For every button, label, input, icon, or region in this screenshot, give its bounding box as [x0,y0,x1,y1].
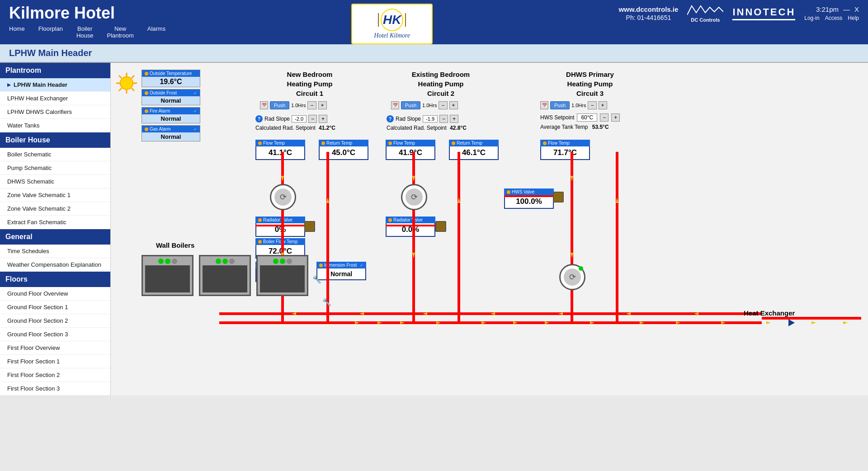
sidebar-item-ff-s1[interactable]: First Floor Section 1 [0,355,110,368]
immersion-frost-value: Normal [316,268,366,280]
circuit2-title: Existing BedroomHeating PumpCircuit 2 [391,70,491,98]
gas-alarm-label: Gas Alarm [150,127,171,132]
sidebar-item-lphw-dhws[interactable]: LPHW DHWS Calorifiers [0,105,110,119]
svg-marker-30 [513,321,518,324]
circuit3-flow-temp-box: Flow Temp 71.7°C [540,140,590,160]
sidebar-item-extract[interactable]: Extract Fan Schematic [0,216,110,229]
nav-alarms[interactable]: Alarms [147,25,165,39]
circuit1-push-button[interactable]: Push [270,101,289,109]
circuit2-plus[interactable]: + [449,101,458,109]
circuit3-hws-valve-value: 100.0% [504,195,554,209]
boiler1 [142,255,193,296]
sidebar-item-ff-overview[interactable]: First Floor Overview [0,341,110,355]
svg-marker-25 [355,321,359,324]
time-close-area: 3:21pm — X Log-in Access Help [804,5,859,21]
contact-info: www.dccontrols.ie Ph: 01-4416651 [618,5,678,22]
circuit3-hws-setpoint: HWS Setpoint 60°C − + [540,113,620,122]
nav-newplantroom[interactable]: NewPlantroom [107,25,133,39]
sidebar-item-gf-overview[interactable]: Ground Floor Overview [0,287,110,301]
nav-boilerhouse[interactable]: BoilerHouse [76,25,94,39]
sidebar-item-gf-s3[interactable]: Ground Floor Section 3 [0,328,110,341]
circuit3-title: DHWS PrimaryHeating PumpCircuit 3 [540,70,640,98]
svg-marker-53 [412,253,415,258]
header-logo-area: HK Hotel Kilmore [165,4,618,44]
svg-marker-47 [412,176,415,181]
header-top-row: Kilmore Hotel Home Floorplan BoilerHouse… [0,0,868,44]
circuit1-rad-area: ? Rad Slope -2.0 − + Calculated Rad. Set… [255,115,335,131]
svg-line-7 [132,75,134,78]
circuit3-plus[interactable]: + [599,101,607,109]
circuit1-calendar-icon[interactable]: 📅 [260,101,268,109]
sidebar-item-boiler-schematic[interactable]: Boiler Schematic [0,148,110,161]
circuit1-flow-temp-value: 41.1°C [255,146,305,160]
circuit1-rad-value: -2.0 [292,115,307,122]
svg-marker-26 [377,321,382,324]
circuit3-push-button[interactable]: Push [550,101,570,109]
circuit2-rad-minus[interactable]: − [439,115,448,123]
heat-exchanger-label: Heat Exchanger [744,309,795,328]
circuit1-rad-minus[interactable]: − [308,115,317,123]
boiler3 [256,255,308,296]
sidebar-item-gf-s2[interactable]: Ground Floor Section 2 [0,314,110,328]
svg-marker-48 [571,176,573,181]
close-button[interactable]: X [854,5,859,13]
sidebar-item-ff-s3[interactable]: First Floor Section 3 [0,382,110,396]
sidebar-item-gf-s1[interactable]: Ground Floor Section 1 [0,301,110,314]
circuit2-flow-temp-value: 41.9°C [386,146,435,160]
pump3: ⟳ [559,264,585,290]
circuit1-minus[interactable]: − [307,101,316,109]
svg-marker-49 [326,198,329,203]
hws-setpoint-plus[interactable]: + [611,113,620,122]
circuit2-minus[interactable]: − [439,101,447,109]
website: www.dccontrols.ie [618,5,678,13]
sidebar-general-header: General [0,229,110,245]
sidebar-item-lphw-hx[interactable]: LPHW Heat Exchanger [0,92,110,105]
circuit2-calendar-icon[interactable]: 📅 [391,101,399,109]
minimize-button[interactable]: — [843,5,850,13]
circuit1-info-icon[interactable]: ? [255,115,263,122]
access-button[interactable]: Access [825,15,843,21]
sidebar-item-pump-schematic[interactable]: Pump Schematic [0,161,110,175]
circuit2-calc-setpoint: Calculated Rad. Setpoint 42.8°C [387,125,467,131]
circuit1-return-temp-box: Return Temp 45.0°C [319,140,368,160]
nav-floorplan[interactable]: Floorplan [38,25,63,39]
nav-home[interactable]: Home [9,25,25,39]
svg-marker-45 [694,312,698,315]
help-button[interactable]: Help [848,15,859,21]
sidebar-item-time-schedules[interactable]: Time Schedules [0,245,110,258]
header-top-left: Kilmore Hotel Home Floorplan BoilerHouse… [9,4,165,39]
circuit1-plus[interactable]: + [318,101,327,109]
hws-setpoint-minus[interactable]: − [600,113,609,122]
logo-hk-icon: HK [381,9,403,31]
circuit2-push-button[interactable]: Push [401,101,420,109]
svg-marker-28 [436,321,441,324]
circuit2-info-icon[interactable]: ? [387,115,394,122]
dc-wave-icon [687,4,723,17]
sidebar-item-dhws-schematic[interactable]: DHWS Schematic [0,175,110,188]
sidebar-item-ff-s2[interactable]: First Floor Section 2 [0,368,110,382]
svg-marker-50 [458,198,460,203]
innotech-logo: INNOTECH [732,6,795,20]
sidebar-plantroom-header: Plantroom [0,63,110,78]
circuit2-radiator-valve-box: Radiator Valve 0.0% [386,217,435,237]
sidebar-item-zone1[interactable]: Zone Valve Schematic 1 [0,188,110,202]
login-button[interactable]: Log-in [804,15,819,21]
sidebar-item-zone2[interactable]: Zone Valve Schematic 2 [0,202,110,216]
header-right: www.dccontrols.ie Ph: 01-4416651 DC Cont… [618,4,859,23]
circuit1-radiator-valve-box: Radiator Valve 0% [255,217,305,237]
sidebar-item-water-tanks[interactable]: Water Tanks [0,119,110,132]
sidebar-item-weather-comp[interactable]: Weather Compensation Explanation [0,258,110,272]
svg-marker-46 [281,176,284,181]
valve1-component [304,221,315,232]
svg-marker-27 [400,321,405,324]
circuit2-rad-plus[interactable]: + [450,115,458,123]
svg-marker-38 [843,321,848,324]
circuit1-rad-plus[interactable]: + [319,115,327,123]
circuit3-avg-tank: Average Tank Temp 53.5°C [540,124,609,130]
circuit1-hrs: 1.0Hrs [291,103,306,108]
svg-marker-39 [292,312,296,315]
sidebar-item-lphw-main[interactable]: ▶ LPHW Main Header [0,78,110,92]
circuit3-calendar-icon[interactable]: 📅 [540,101,548,109]
svg-marker-33 [640,321,644,324]
circuit3-minus[interactable]: − [588,101,596,109]
